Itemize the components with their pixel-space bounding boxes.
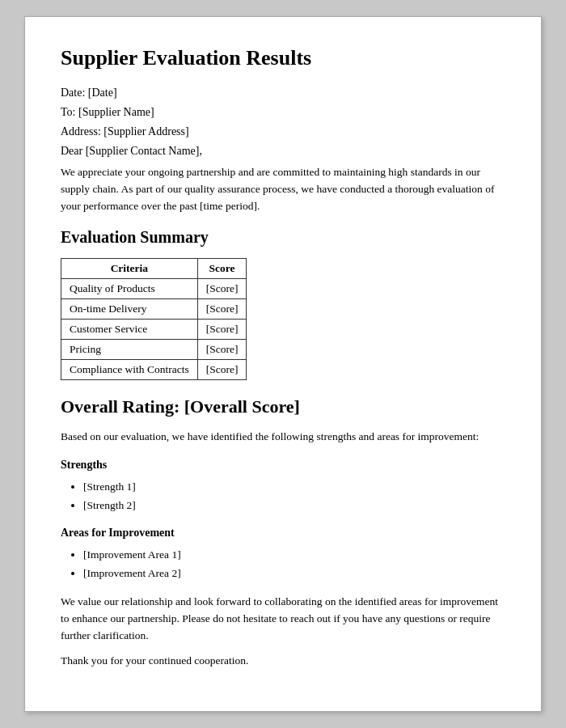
score-cell: [Score] [197, 359, 247, 379]
evaluation-table: Criteria Score Quality of Products[Score… [61, 258, 247, 380]
criteria-cell: Pricing [61, 339, 198, 359]
score-cell: [Score] [197, 319, 247, 339]
to-line: To: [Supplier Name] [61, 106, 505, 119]
improvement-item: [Improvement Area 2] [83, 565, 505, 583]
table-row: Pricing[Score] [61, 339, 247, 359]
table-row: Quality of Products[Score] [61, 278, 247, 298]
score-cell: [Score] [197, 298, 247, 319]
areas-improvement-heading: Areas for Improvement [61, 527, 505, 540]
intro-paragraph: We appreciate your ongoing partnership a… [61, 164, 505, 215]
closing-paragraph: We value our relationship and look forwa… [61, 594, 505, 645]
address-line: Address: [Supplier Address] [61, 125, 505, 138]
score-cell: [Score] [197, 339, 247, 359]
score-cell: [Score] [197, 278, 247, 298]
table-row: Customer Service[Score] [61, 319, 247, 339]
evaluation-summary-heading: Evaluation Summary [61, 228, 505, 247]
salutation-line: Dear [Supplier Contact Name], [61, 145, 505, 158]
table-header-criteria: Criteria [61, 258, 198, 278]
date-line: Date: [Date] [61, 87, 505, 99]
table-header-score: Score [197, 258, 247, 278]
criteria-cell: Compliance with Contracts [61, 359, 198, 379]
document-page: Supplier Evaluation Results Date: [Date]… [24, 16, 542, 712]
overall-rating-heading: Overall Rating: [Overall Score] [61, 396, 505, 417]
strength-item: [Strength 1] [83, 478, 505, 497]
strength-item: [Strength 2] [83, 497, 505, 515]
strengths-list: [Strength 1][Strength 2] [83, 478, 505, 515]
truncated-line: Thank you for your continued cooperation… [61, 653, 505, 670]
areas-improvement-list: [Improvement Area 1][Improvement Area 2] [83, 546, 505, 583]
table-row: On-time Delivery[Score] [61, 298, 247, 319]
table-row: Compliance with Contracts[Score] [61, 359, 247, 379]
document-title: Supplier Evaluation Results [61, 46, 505, 70]
criteria-cell: On-time Delivery [61, 298, 198, 319]
criteria-cell: Customer Service [61, 319, 198, 339]
eval-body-paragraph: Based on our evaluation, we have identif… [61, 429, 505, 446]
improvement-item: [Improvement Area 1] [83, 546, 505, 565]
criteria-cell: Quality of Products [61, 278, 198, 298]
strengths-heading: Strengths [61, 459, 505, 472]
